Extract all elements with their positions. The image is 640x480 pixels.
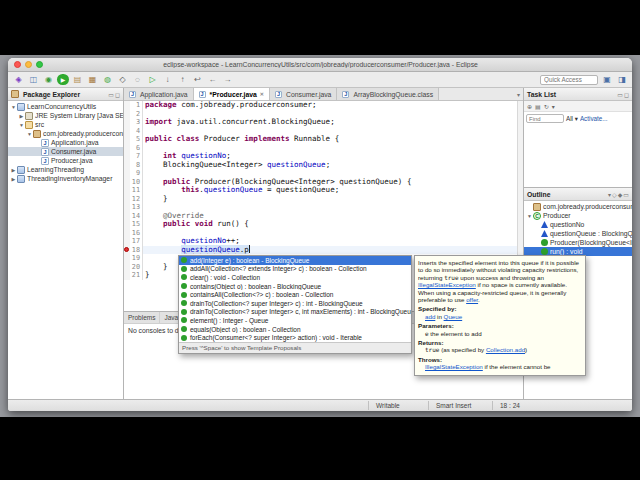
forward-icon[interactable]: → bbox=[221, 73, 234, 86]
expand-icon[interactable]: ▶ bbox=[18, 113, 25, 119]
maximize-view-icon[interactable]: ◻ bbox=[115, 91, 120, 98]
expand-icon[interactable]: ▶ bbox=[10, 167, 17, 173]
editor-tab[interactable]: JArrayBlockingQueue.class bbox=[337, 88, 439, 100]
minimize-view-icon[interactable]: ▭ bbox=[108, 91, 114, 98]
zoom-button[interactable] bbox=[36, 61, 43, 68]
new-wizard-icon[interactable]: ◈ bbox=[12, 73, 25, 86]
save-icon[interactable]: ◫ bbox=[27, 73, 40, 86]
code-line[interactable]: 7 int questionNo; bbox=[124, 152, 517, 161]
code-line[interactable]: 6 bbox=[124, 144, 517, 153]
completion-item[interactable]: contains(Object o) : boolean - BlockingQ… bbox=[179, 282, 411, 291]
code-line[interactable]: 14 @Override bbox=[124, 212, 517, 221]
tree-item[interactable]: ▼src bbox=[8, 120, 123, 129]
package-explorer-header[interactable]: Package Explorer ▭ ◻ bbox=[8, 88, 123, 101]
completion-item[interactable]: drainTo(Collection<? super Integer> c, i… bbox=[179, 308, 411, 317]
javadoc-link[interactable]: add bbox=[425, 313, 435, 320]
javadoc-link[interactable]: Queue bbox=[444, 313, 463, 320]
tab-overflow-icon[interactable]: ▾ bbox=[514, 88, 523, 100]
code-line[interactable]: 4 bbox=[124, 127, 517, 136]
code-line[interactable]: 3import java.util.concurrent.BlockingQue… bbox=[124, 118, 517, 127]
editor-tab[interactable]: JConsumer.java bbox=[270, 88, 337, 100]
tree-item[interactable]: com.jobready.producerconsumer bbox=[524, 202, 632, 211]
code-line[interactable]: 16 bbox=[124, 229, 517, 238]
minimize-button[interactable] bbox=[25, 61, 32, 68]
next-annotation-icon[interactable]: ↓ bbox=[161, 73, 174, 86]
expand-icon[interactable]: ▶ bbox=[10, 176, 17, 182]
close-button[interactable] bbox=[14, 61, 21, 68]
editor-tab[interactable]: J*Producer.java✕ bbox=[194, 88, 270, 100]
junit-icon[interactable]: ◇ bbox=[116, 73, 129, 86]
code-line[interactable]: 8 BlockingQueue<Integer> questionQueue; bbox=[124, 161, 517, 170]
new-package-icon[interactable]: ▦ bbox=[86, 73, 99, 86]
collapse-icon[interactable]: ▼ bbox=[10, 104, 17, 110]
code-line[interactable]: 12 } bbox=[124, 195, 517, 204]
tree-item[interactable]: questionQueue : BlockingQueue<Integer> bbox=[524, 229, 632, 238]
external-tools-icon[interactable]: ▷ bbox=[146, 73, 159, 86]
editor-tab[interactable]: JApplication.java bbox=[124, 88, 194, 100]
javadoc-link[interactable]: offer bbox=[466, 296, 478, 303]
javadoc-link[interactable]: IllegalStateException bbox=[425, 363, 483, 370]
minimize-view-icon[interactable]: ▭ bbox=[623, 191, 629, 198]
code-line[interactable]: 10 public Producer(BlockingQueue<Integer… bbox=[124, 178, 517, 187]
console-tab-problems[interactable]: Problems bbox=[124, 312, 160, 323]
sync-icon[interactable]: ↻ bbox=[544, 103, 549, 110]
code-line[interactable]: 2 bbox=[124, 110, 517, 119]
code-line[interactable]: 1package com.jobready.producerconsumer; bbox=[124, 101, 517, 110]
code-line[interactable]: 5public class Producer implements Runnab… bbox=[124, 135, 517, 144]
completion-item[interactable]: clear() : void - Collection bbox=[179, 273, 411, 282]
tree-item[interactable]: JApplication.java bbox=[8, 138, 123, 147]
java-perspective-icon[interactable]: ◨ bbox=[616, 74, 628, 85]
code-line[interactable]: 17 questionNo++; bbox=[124, 237, 517, 246]
completion-item[interactable]: containsAll(Collection<?> c) : boolean -… bbox=[179, 290, 411, 299]
new-java-project-icon[interactable]: ▤ bbox=[71, 73, 84, 86]
back-icon[interactable]: ← bbox=[206, 73, 219, 86]
hide-fields-icon[interactable]: ◇ bbox=[612, 191, 617, 198]
close-tab-icon[interactable]: ✕ bbox=[260, 91, 264, 97]
run-icon[interactable]: ▶ bbox=[57, 74, 69, 85]
tree-item[interactable]: ▶JRE System Library [Java SE 9 [9]] bbox=[8, 111, 123, 120]
view-menu-icon[interactable]: ▾ bbox=[552, 103, 555, 110]
new-class-icon[interactable]: ◍ bbox=[101, 73, 114, 86]
tree-item[interactable]: ▼com.jobready.producerconsumer bbox=[8, 129, 123, 138]
javadoc-link[interactable]: IllegalStateException bbox=[418, 281, 476, 288]
minimize-view-icon[interactable]: ▭ bbox=[617, 91, 623, 98]
tree-item[interactable]: JConsumer.java bbox=[8, 147, 123, 156]
insert-mode-status[interactable]: Smart Insert bbox=[436, 402, 471, 409]
tree-item[interactable]: Producer(BlockingQueue<Integer>) bbox=[524, 238, 632, 247]
tree-item[interactable]: ▼CProducer bbox=[524, 211, 632, 220]
hide-static-icon[interactable]: ◆ bbox=[618, 191, 623, 198]
task-list-header[interactable]: Task List ▭ ◻ bbox=[524, 88, 632, 101]
javadoc-link[interactable]: Collection.add bbox=[486, 346, 525, 353]
tree-item[interactable]: ▶LearningThreading bbox=[8, 165, 123, 174]
tree-item[interactable]: JProducer.java bbox=[8, 156, 123, 165]
tree-item[interactable]: ▶ThreadingInventoryManager bbox=[8, 174, 123, 183]
completion-item[interactable]: equals(Object o) : boolean - Collection bbox=[179, 325, 411, 334]
find-input[interactable] bbox=[526, 114, 564, 123]
outline-header[interactable]: Outline ▾ ◇ ◆ ▭ bbox=[524, 188, 632, 201]
code-line[interactable]: 11 this.questionQueue = questionQueue; bbox=[124, 186, 517, 195]
code-line[interactable]: 18 questionQueue.p bbox=[124, 246, 517, 255]
collapse-icon[interactable]: ▼ bbox=[26, 131, 33, 137]
quick-access-input[interactable] bbox=[540, 75, 598, 85]
categorized-icon[interactable]: ▤ bbox=[535, 103, 541, 110]
code-line[interactable]: 9 bbox=[124, 169, 517, 178]
previous-annotation-icon[interactable]: ↑ bbox=[176, 73, 189, 86]
completion-item[interactable]: add(Integer e) : boolean - BlockingQueue bbox=[179, 256, 411, 265]
code-line[interactable]: 13 bbox=[124, 203, 517, 212]
tree-item[interactable]: ▼LearnConcurrencyUtils bbox=[8, 102, 123, 111]
completion-item[interactable]: element() : Integer - Queue bbox=[179, 316, 411, 325]
activate-link[interactable]: Activate... bbox=[580, 115, 608, 122]
tree-item[interactable]: questionNo bbox=[524, 220, 632, 229]
maximize-view-icon[interactable]: ◻ bbox=[624, 91, 629, 98]
completion-item[interactable]: drainTo(Collection<? super Integer> c) :… bbox=[179, 299, 411, 308]
debug-icon[interactable]: ◉ bbox=[42, 73, 55, 86]
error-marker-icon[interactable] bbox=[124, 247, 129, 252]
collapse-icon[interactable]: ▼ bbox=[18, 122, 25, 128]
completion-item[interactable]: addAll(Collection<? extends Integer> c) … bbox=[179, 265, 411, 274]
code-line[interactable]: 15 public void run() { bbox=[124, 220, 517, 229]
open-perspective-icon[interactable]: ▣ bbox=[601, 74, 613, 85]
new-task-icon[interactable]: ⊕ bbox=[527, 103, 532, 110]
scope-dropdown[interactable]: All ▾ bbox=[566, 115, 578, 122]
search-icon[interactable]: ◌ bbox=[131, 73, 144, 86]
completion-item[interactable]: forEach(Consumer<? super Integer> action… bbox=[179, 333, 411, 342]
